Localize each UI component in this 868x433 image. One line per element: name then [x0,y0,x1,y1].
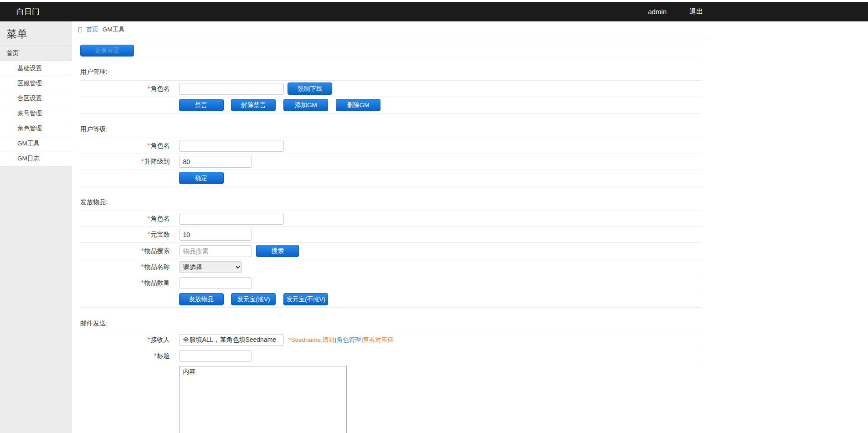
topbar-inner: 白日门 admin 退出 [0,2,709,21]
issue-items-form: *角色名 *元宝数 *物品搜索 搜索 [80,211,701,308]
item-search-label-cell: *物品搜索 [80,243,176,259]
breadcrumb-home-link[interactable]: 首页 [86,26,98,34]
form-row: 禁言 解除禁言 添加GM 删除GM [80,97,701,113]
yuanbao-label: 元宝数 [151,231,170,238]
receiver-note: *Seedname,请到[角色管理]查看对应值 [288,336,393,343]
remove-gm-button[interactable]: 删除GM [336,99,380,111]
item-role-name-input[interactable] [179,213,284,225]
form-row: *元宝数 [80,227,701,243]
required-marker: * [148,142,150,149]
role-name-field-cell: 强制下线 [176,81,701,97]
form-row: *角色名 [80,138,701,154]
level-label-cell: *升降级到 [80,154,176,170]
role-name-label-cell: *角色名 [80,138,176,154]
user-level-form: *角色名 *升降级到 确定 [80,138,701,186]
item-name-select[interactable]: 请选择 [179,261,242,273]
form-row: 发放物品 发元宝(涨V) 发元宝(不涨V) [80,291,701,308]
unmute-button[interactable]: 解除禁言 [231,99,276,111]
item-search-button[interactable]: 搜索 [256,245,299,257]
receiver-note-prefix: *Seedname,请到 [288,336,334,343]
subject-label-cell: *标题 [80,348,176,364]
level-input[interactable] [179,156,252,168]
role-name-label: 角色名 [151,85,170,92]
receiver-input[interactable] [179,334,284,346]
role-name-field-cell [176,138,701,154]
yuanbao-input[interactable] [179,229,252,241]
topbar-username[interactable]: admin [648,8,667,15]
role-name-label-cell: *角色名 [80,211,176,227]
form-row: *物品名称 请选择 [80,259,701,275]
send-yuanbao-v-button[interactable]: 发元宝(涨V) [231,293,276,305]
add-gm-button[interactable]: 添加GM [283,99,328,111]
item-qty-label: 物品数量 [144,279,170,286]
level-confirm-cell: 确定 [176,170,701,186]
sidebar-title: 菜单 [0,21,72,46]
force-offline-button[interactable]: 强制下线 [288,82,332,95]
send-item-button[interactable]: 发放物品 [179,293,224,305]
required-marker: * [148,231,150,238]
form-row: *角色名 [80,211,701,227]
required-marker: * [148,215,150,222]
mail-content-textarea[interactable]: 内容 [179,366,347,433]
main-layout: 菜单 首页 基础设置 区服管理 合区设置 账号管理 角色管理 GM工具 GM日志… [0,21,709,433]
form-row: *升降级到 [80,154,701,170]
topbar-right: admin 退出 [648,7,709,16]
form-row: *接收人 *Seedname,请到[角色管理]查看对应值 [80,332,701,348]
required-marker: * [154,352,156,359]
sidebar-item-basic-settings[interactable]: 基础设置 [0,61,72,76]
sidebar-item-gm-tools[interactable]: GM工具 [0,136,72,151]
form-row: *标题 [80,348,701,364]
item-search-input[interactable] [179,245,252,257]
logout-link[interactable]: 退出 [689,7,703,16]
role-name-label: 角色名 [151,215,170,222]
section-title-user-management: 用户管理: [80,68,701,76]
item-search-field-cell: 搜索 [176,243,701,259]
section-title-mail: 邮件发送: [80,320,701,328]
role-name-input[interactable] [179,83,284,95]
app-brand[interactable]: 白日门 [0,6,40,17]
form-row: 内容 [80,364,701,433]
mail-form: *接收人 *Seedname,请到[角色管理]查看对应值 *标题 内容 [80,332,701,433]
user-management-form: *角色名 强制下线 禁言 解除禁言 添加GM 删除GM [80,80,701,113]
yuanbao-label-cell: *元宝数 [80,227,176,243]
subject-input[interactable] [179,350,252,362]
level-role-name-input[interactable] [179,140,284,152]
item-qty-label-cell: *物品数量 [80,275,176,291]
receiver-field-cell: *Seedname,请到[角色管理]查看对应值 [176,332,701,348]
required-marker: * [141,263,144,270]
send-yuanbao-nov-button[interactable]: 发元宝(不涨V) [283,293,328,305]
item-qty-input[interactable] [179,277,252,289]
breadcrumb: 首页 GM工具 [72,21,709,38]
level-field-cell [176,154,701,170]
sidebar-item-merge-settings[interactable]: 合区设置 [0,91,72,106]
form-row: *物品数量 [80,275,701,291]
content-area: 更换分区 用户管理: *角色名 强制下线 禁言 解除禁言 添 [72,38,709,433]
receiver-label-cell: *接收人 [80,332,176,348]
required-marker: * [141,247,144,254]
role-name-field-cell [176,211,701,227]
empty-label-cell [80,170,176,186]
required-marker: * [148,85,150,92]
section-title-issue-items: 发放物品: [80,198,701,206]
form-row: 确定 [80,170,701,186]
receiver-note-role-management-link[interactable]: [角色管理] [335,336,363,343]
section-title-user-level: 用户等级: [80,125,701,134]
sidebar-item-account-management[interactable]: 账号管理 [0,106,72,121]
sidebar-item-server-management[interactable]: 区服管理 [0,76,72,91]
item-name-label-cell: *物品名称 [80,259,176,275]
sidebar-item-gm-logs[interactable]: GM日志 [0,151,72,166]
item-name-label: 物品名称 [144,263,170,270]
level-label: 升降级到 [144,158,170,165]
change-partition-button[interactable]: 更换分区 [80,45,134,57]
mute-button[interactable]: 禁言 [179,99,224,111]
sidebar-item-role-management[interactable]: 角色管理 [0,121,72,136]
yuanbao-field-cell [176,227,701,243]
required-marker: * [141,158,144,165]
mail-content-cell: 内容 [176,364,701,433]
item-search-label: 物品搜索 [144,247,170,254]
receiver-note-suffix: 查看对应值 [363,336,394,343]
issue-actions-cell: 发放物品 发元宝(涨V) 发元宝(不涨V) [176,291,701,308]
role-name-label: 角色名 [151,142,170,149]
sidebar-item-home[interactable]: 首页 [0,46,72,61]
level-confirm-button[interactable]: 确定 [179,172,224,184]
